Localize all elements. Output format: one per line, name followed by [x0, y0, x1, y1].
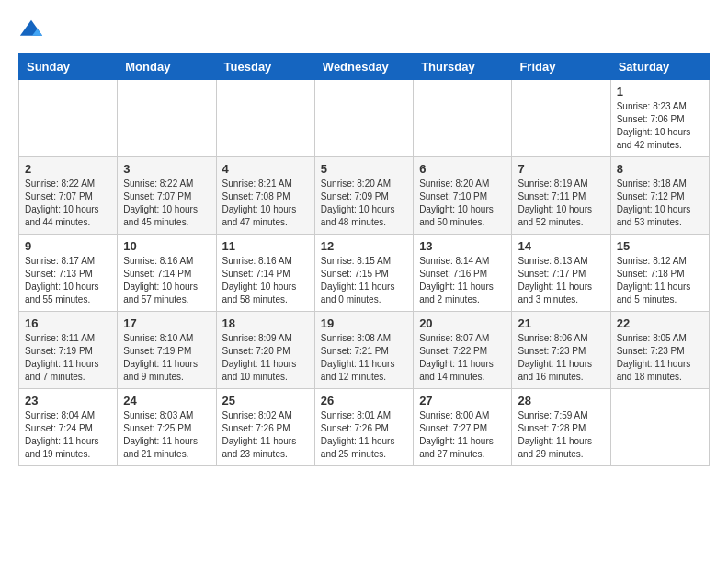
day-number: 28 — [518, 394, 604, 408]
day-detail: Sunrise: 8:21 AM Sunset: 7:08 PM Dayligh… — [222, 178, 309, 229]
day-detail: Sunrise: 8:07 AM Sunset: 7:22 PM Dayligh… — [419, 332, 506, 384]
day-detail: Sunrise: 8:22 AM Sunset: 7:07 PM Dayligh… — [25, 178, 111, 229]
calendar-cell: 8Sunrise: 8:18 AM Sunset: 7:12 PM Daylig… — [610, 157, 709, 235]
day-number: 23 — [25, 394, 111, 408]
calendar-cell — [216, 80, 314, 157]
day-detail: Sunrise: 8:05 AM Sunset: 7:23 PM Dayligh… — [617, 332, 703, 384]
day-detail: Sunrise: 8:14 AM Sunset: 7:16 PM Dayligh… — [419, 255, 506, 306]
calendar-cell: 23Sunrise: 8:04 AM Sunset: 7:24 PM Dayli… — [19, 389, 118, 466]
day-detail: Sunrise: 8:04 AM Sunset: 7:24 PM Dayligh… — [25, 409, 111, 461]
day-number: 16 — [25, 316, 111, 330]
header-row: SundayMondayTuesdayWednesdayThursdayFrid… — [19, 54, 710, 80]
day-detail: Sunrise: 8:10 AM Sunset: 7:19 PM Dayligh… — [123, 332, 210, 384]
calendar-week-row: 2Sunrise: 8:22 AM Sunset: 7:07 PM Daylig… — [19, 157, 710, 235]
day-detail: Sunrise: 8:00 AM Sunset: 7:27 PM Dayligh… — [419, 409, 506, 461]
header-monday: Monday — [118, 54, 216, 80]
day-detail: Sunrise: 8:20 AM Sunset: 7:10 PM Dayligh… — [419, 178, 506, 229]
calendar-cell: 13Sunrise: 8:14 AM Sunset: 7:16 PM Dayli… — [414, 235, 512, 312]
day-detail: Sunrise: 8:16 AM Sunset: 7:14 PM Dayligh… — [222, 255, 309, 306]
day-number: 27 — [419, 394, 506, 408]
day-number: 7 — [518, 162, 604, 176]
day-number: 21 — [518, 316, 604, 330]
calendar-cell: 2Sunrise: 8:22 AM Sunset: 7:07 PM Daylig… — [19, 157, 118, 235]
calendar-cell — [414, 80, 512, 157]
calendar-week-row: 1Sunrise: 8:23 AM Sunset: 7:06 PM Daylig… — [19, 80, 710, 157]
calendar-cell: 7Sunrise: 8:19 AM Sunset: 7:11 PM Daylig… — [512, 157, 610, 235]
calendar-week-row: 23Sunrise: 8:04 AM Sunset: 7:24 PM Dayli… — [19, 389, 710, 466]
day-number: 25 — [222, 394, 309, 408]
calendar-cell: 17Sunrise: 8:10 AM Sunset: 7:19 PM Dayli… — [118, 312, 216, 389]
calendar-cell: 14Sunrise: 8:13 AM Sunset: 7:17 PM Dayli… — [512, 235, 610, 312]
calendar-body: 1Sunrise: 8:23 AM Sunset: 7:06 PM Daylig… — [19, 80, 710, 466]
header-friday: Friday — [512, 54, 610, 80]
day-detail: Sunrise: 8:01 AM Sunset: 7:26 PM Dayligh… — [321, 409, 407, 461]
calendar-cell — [118, 80, 216, 157]
calendar-cell — [610, 389, 709, 466]
page-header — [18, 18, 710, 44]
day-number: 22 — [617, 316, 703, 330]
day-number: 18 — [222, 316, 309, 330]
calendar-week-row: 16Sunrise: 8:11 AM Sunset: 7:19 PM Dayli… — [19, 312, 710, 389]
calendar-table: SundayMondayTuesdayWednesdayThursdayFrid… — [18, 53, 710, 466]
calendar-cell: 4Sunrise: 8:21 AM Sunset: 7:08 PM Daylig… — [216, 157, 314, 235]
day-detail: Sunrise: 8:20 AM Sunset: 7:09 PM Dayligh… — [321, 178, 407, 229]
calendar-cell: 21Sunrise: 8:06 AM Sunset: 7:23 PM Dayli… — [512, 312, 610, 389]
calendar-cell: 16Sunrise: 8:11 AM Sunset: 7:19 PM Dayli… — [19, 312, 118, 389]
day-number: 6 — [419, 162, 506, 176]
header-saturday: Saturday — [610, 54, 709, 80]
calendar-cell: 11Sunrise: 8:16 AM Sunset: 7:14 PM Dayli… — [216, 235, 314, 312]
header-thursday: Thursday — [414, 54, 512, 80]
calendar-week-row: 9Sunrise: 8:17 AM Sunset: 7:13 PM Daylig… — [19, 235, 710, 312]
calendar-cell: 3Sunrise: 8:22 AM Sunset: 7:07 PM Daylig… — [118, 157, 216, 235]
day-number: 26 — [321, 394, 407, 408]
day-detail: Sunrise: 8:03 AM Sunset: 7:25 PM Dayligh… — [123, 409, 210, 461]
day-number: 3 — [123, 162, 210, 176]
calendar-cell: 19Sunrise: 8:08 AM Sunset: 7:21 PM Dayli… — [314, 312, 413, 389]
day-number: 17 — [123, 316, 210, 330]
day-detail: Sunrise: 8:11 AM Sunset: 7:19 PM Dayligh… — [25, 332, 111, 384]
calendar-cell: 6Sunrise: 8:20 AM Sunset: 7:10 PM Daylig… — [414, 157, 512, 235]
day-detail: Sunrise: 8:06 AM Sunset: 7:23 PM Dayligh… — [518, 332, 604, 384]
day-detail: Sunrise: 8:18 AM Sunset: 7:12 PM Dayligh… — [617, 178, 703, 229]
day-detail: Sunrise: 8:17 AM Sunset: 7:13 PM Dayligh… — [25, 255, 111, 306]
header-tuesday: Tuesday — [216, 54, 314, 80]
calendar-cell: 9Sunrise: 8:17 AM Sunset: 7:13 PM Daylig… — [19, 235, 118, 312]
calendar-cell: 1Sunrise: 8:23 AM Sunset: 7:06 PM Daylig… — [610, 80, 709, 157]
calendar-cell: 28Sunrise: 7:59 AM Sunset: 7:28 PM Dayli… — [512, 389, 610, 466]
calendar-cell — [19, 80, 118, 157]
day-detail: Sunrise: 8:08 AM Sunset: 7:21 PM Dayligh… — [321, 332, 407, 384]
calendar-cell: 5Sunrise: 8:20 AM Sunset: 7:09 PM Daylig… — [314, 157, 413, 235]
calendar-cell: 25Sunrise: 8:02 AM Sunset: 7:26 PM Dayli… — [216, 389, 314, 466]
day-detail: Sunrise: 8:12 AM Sunset: 7:18 PM Dayligh… — [617, 255, 703, 306]
day-detail: Sunrise: 8:23 AM Sunset: 7:06 PM Dayligh… — [617, 100, 703, 152]
day-number: 4 — [222, 162, 309, 176]
day-number: 13 — [419, 239, 506, 253]
calendar-cell — [512, 80, 610, 157]
day-number: 12 — [321, 239, 407, 253]
day-number: 14 — [518, 239, 604, 253]
calendar-cell: 27Sunrise: 8:00 AM Sunset: 7:27 PM Dayli… — [414, 389, 512, 466]
calendar-cell: 12Sunrise: 8:15 AM Sunset: 7:15 PM Dayli… — [314, 235, 413, 312]
day-detail: Sunrise: 8:09 AM Sunset: 7:20 PM Dayligh… — [222, 332, 309, 384]
day-number: 8 — [617, 162, 703, 176]
day-detail: Sunrise: 8:15 AM Sunset: 7:15 PM Dayligh… — [321, 255, 407, 306]
day-number: 2 — [25, 162, 111, 176]
header-wednesday: Wednesday — [314, 54, 413, 80]
calendar-cell: 15Sunrise: 8:12 AM Sunset: 7:18 PM Dayli… — [610, 235, 709, 312]
day-detail: Sunrise: 8:13 AM Sunset: 7:17 PM Dayligh… — [518, 255, 604, 306]
day-number: 10 — [123, 239, 210, 253]
day-number: 19 — [321, 316, 407, 330]
day-number: 1 — [617, 85, 703, 98]
day-detail: Sunrise: 8:19 AM Sunset: 7:11 PM Dayligh… — [518, 178, 604, 229]
day-detail: Sunrise: 7:59 AM Sunset: 7:28 PM Dayligh… — [518, 409, 604, 461]
day-detail: Sunrise: 8:16 AM Sunset: 7:14 PM Dayligh… — [123, 255, 210, 306]
day-number: 24 — [123, 394, 210, 408]
day-detail: Sunrise: 8:22 AM Sunset: 7:07 PM Dayligh… — [123, 178, 210, 229]
day-number: 9 — [25, 239, 111, 253]
day-number: 15 — [617, 239, 703, 253]
day-number: 20 — [419, 316, 506, 330]
day-number: 5 — [321, 162, 407, 176]
calendar-cell: 10Sunrise: 8:16 AM Sunset: 7:14 PM Dayli… — [118, 235, 216, 312]
calendar-header: SundayMondayTuesdayWednesdayThursdayFrid… — [19, 54, 710, 80]
calendar-cell: 18Sunrise: 8:09 AM Sunset: 7:20 PM Dayli… — [216, 312, 314, 389]
